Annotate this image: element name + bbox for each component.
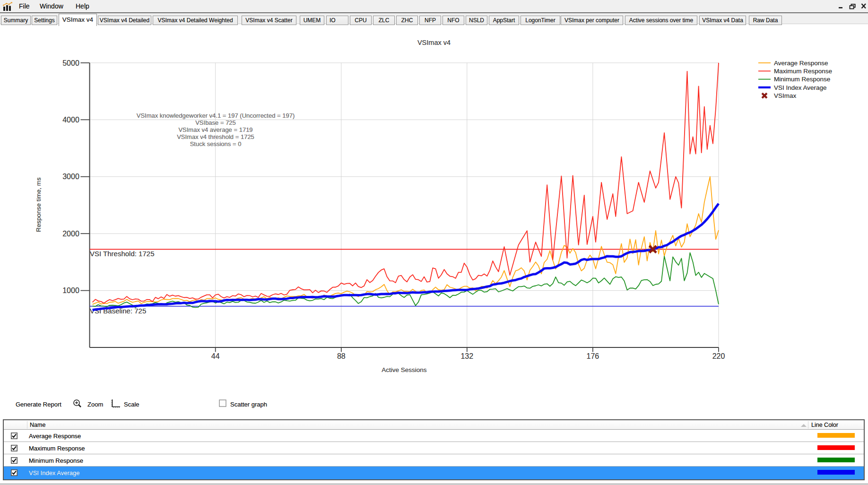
svg-text:132: 132 [460,352,473,360]
svg-text:4000: 4000 [62,116,79,124]
svg-text:VSImax knowledgeworker v4.1 =: VSImax knowledgeworker v4.1 = 197 (Uncor… [137,112,295,119]
svg-text:Minimum Response: Minimum Response [774,76,830,83]
svg-text:VSIbase = 725: VSIbase = 725 [195,119,236,126]
svg-text:Stuck sessions = 0: Stuck sessions = 0 [190,140,242,147]
svg-text:3000: 3000 [62,173,79,181]
svg-text:2000: 2000 [62,230,79,238]
svg-text:Response time, ms: Response time, ms [35,177,42,232]
svg-text:VSImax v4 threshold = 1725: VSImax v4 threshold = 1725 [177,133,254,140]
svg-text:VSImax v4: VSImax v4 [417,39,451,46]
svg-text:VSI Threshold: 1725: VSI Threshold: 1725 [90,250,154,258]
svg-text:Maximum Response: Maximum Response [774,68,832,75]
svg-text:Average Response: Average Response [774,60,828,67]
svg-text:VSImax: VSImax [774,92,797,99]
svg-text:44: 44 [211,352,220,360]
svg-text:VSI Index Average: VSI Index Average [774,84,827,91]
svg-text:VSImax v4 average = 1719: VSImax v4 average = 1719 [178,126,252,133]
svg-text:5000: 5000 [62,59,79,67]
svg-text:88: 88 [337,352,346,360]
svg-text:Active Sessions: Active Sessions [382,366,427,373]
svg-text:220: 220 [712,352,725,360]
svg-text:176: 176 [587,352,599,360]
svg-text:1000: 1000 [62,286,79,294]
